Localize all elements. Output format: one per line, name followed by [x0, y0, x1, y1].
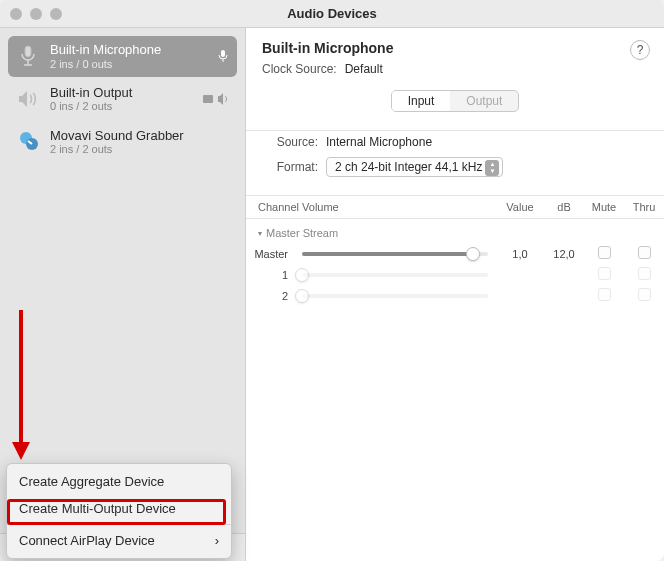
mute-checkbox — [598, 288, 611, 301]
device-sub: 2 ins / 0 outs — [50, 58, 207, 71]
device-name: Built-in Output — [50, 85, 193, 101]
device-title: Built-in Microphone — [262, 40, 648, 56]
slider-ch1[interactable] — [294, 273, 496, 277]
device-text: Movavi Sound Grabber 2 ins / 2 outs — [50, 128, 229, 157]
add-device-menu: Create Aggregate Device Create Multi-Out… — [6, 463, 232, 559]
tab-output[interactable]: Output — [450, 91, 518, 111]
mute-checkbox — [598, 267, 611, 280]
channel-db: 12,0 — [544, 248, 584, 260]
thru-checkbox — [638, 267, 651, 280]
menu-connect-airplay[interactable]: Connect AirPlay Device › — [7, 527, 231, 554]
menu-separator — [7, 524, 231, 525]
thru-checkbox — [638, 288, 651, 301]
stream-label-row[interactable]: ▾ Master Stream — [246, 225, 664, 243]
device-text: Built-in Microphone 2 ins / 0 outs — [50, 42, 207, 71]
channel-row-2: 2 — [246, 285, 664, 306]
device-sub: 0 ins / 2 outs — [50, 100, 193, 113]
channel-name: 1 — [246, 269, 294, 281]
menu-create-aggregate[interactable]: Create Aggregate Device — [7, 468, 231, 495]
disclosure-icon: ▾ — [258, 229, 262, 238]
svg-rect-5 — [203, 95, 213, 103]
col-mute: Mute — [584, 201, 624, 213]
stream-section: ▾ Master Stream Master 1,0 12,0 1 — [246, 219, 664, 306]
output-indicator-icon — [203, 93, 229, 105]
config-section: Source: Internal Microphone Format: 2 ch… — [246, 131, 664, 196]
channel-name: Master — [246, 248, 294, 260]
device-sub: 2 ins / 2 outs — [50, 143, 229, 156]
mute-checkbox[interactable] — [598, 246, 611, 259]
source-value: Internal Microphone — [326, 135, 432, 149]
chevron-right-icon: › — [215, 533, 219, 548]
device-item-builtin-mic[interactable]: Built-in Microphone 2 ins / 0 outs — [8, 36, 237, 77]
channel-value: 1,0 — [496, 248, 544, 260]
clock-source-label: Clock Source: — [262, 62, 337, 76]
device-item-builtin-output[interactable]: Built-in Output 0 ins / 2 outs — [8, 79, 237, 120]
col-value: Value — [496, 201, 544, 213]
channel-row-1: 1 — [246, 264, 664, 285]
speaker-icon — [16, 87, 40, 111]
stepper-icon: ▲▼ — [485, 160, 499, 176]
clock-source-value: Default — [345, 62, 383, 76]
device-name: Built-in Microphone — [50, 42, 207, 58]
menu-create-multi-output[interactable]: Create Multi-Output Device — [7, 495, 231, 522]
format-row: Format: 2 ch 24-bit Integer 44,1 kHz ▲▼ — [262, 157, 648, 177]
col-volume: Channel Volume — [246, 201, 496, 213]
microphone-icon — [16, 44, 40, 68]
thru-checkbox[interactable] — [638, 246, 651, 259]
device-item-movavi[interactable]: Movavi Sound Grabber 2 ins / 2 outs — [8, 122, 237, 163]
window-title: Audio Devices — [0, 6, 664, 21]
main-panel: Built-in Microphone ? Clock Source: Defa… — [246, 28, 664, 561]
col-db: dB — [544, 201, 584, 213]
source-row: Source: Internal Microphone — [262, 135, 648, 149]
svg-rect-3 — [221, 50, 225, 57]
slider-ch2[interactable] — [294, 294, 496, 298]
format-value: 2 ch 24-bit Integer 44,1 kHz — [335, 160, 482, 174]
device-text: Built-in Output 0 ins / 2 outs — [50, 85, 193, 114]
mic-indicator-icon — [217, 49, 229, 63]
stream-label: Master Stream — [266, 227, 338, 239]
clock-source-row: Clock Source: Default — [262, 62, 648, 76]
source-label: Source: — [262, 135, 318, 149]
io-segmented: Input Output — [391, 90, 520, 112]
channel-row-master: Master 1,0 12,0 — [246, 243, 664, 264]
tab-input[interactable]: Input — [392, 91, 451, 111]
channel-table-header: Channel Volume Value dB Mute Thru — [246, 196, 664, 219]
slider-master[interactable] — [294, 252, 496, 256]
titlebar: Audio Devices — [0, 0, 664, 28]
format-label: Format: — [262, 160, 318, 174]
device-list: Built-in Microphone 2 ins / 0 outs Built… — [0, 28, 245, 533]
svg-rect-0 — [25, 46, 31, 57]
tabs-row: Input Output — [262, 82, 648, 120]
help-button[interactable]: ? — [630, 40, 650, 60]
main-header: Built-in Microphone ? Clock Source: Defa… — [246, 28, 664, 131]
channel-name: 2 — [246, 290, 294, 302]
app-icon — [16, 130, 40, 154]
format-select[interactable]: 2 ch 24-bit Integer 44,1 kHz ▲▼ — [326, 157, 503, 177]
col-thru: Thru — [624, 201, 664, 213]
device-name: Movavi Sound Grabber — [50, 128, 229, 144]
